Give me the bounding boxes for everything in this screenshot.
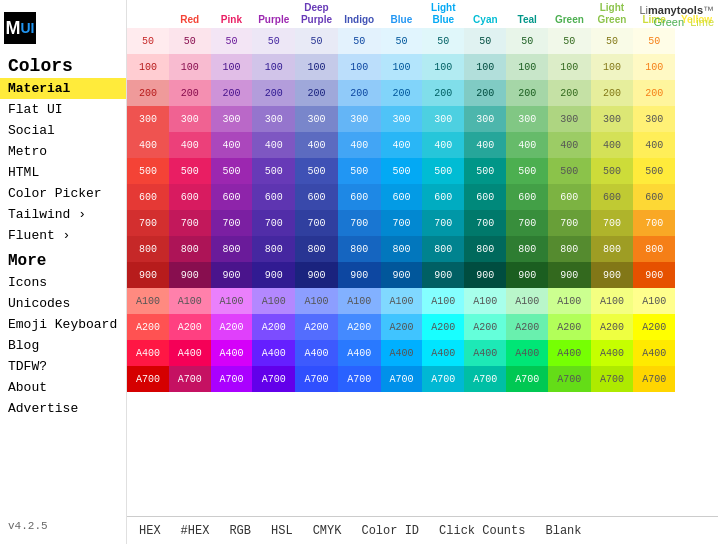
- color-cell[interactable]: 500: [548, 158, 591, 184]
- color-cell[interactable]: 700: [548, 210, 591, 236]
- sidebar-item-about[interactable]: About: [0, 377, 126, 398]
- color-cell[interactable]: A100: [422, 288, 464, 314]
- color-cell[interactable]: 200: [169, 80, 211, 106]
- color-cell[interactable]: 50: [211, 28, 253, 54]
- color-cell[interactable]: 400: [381, 132, 423, 158]
- color-cell[interactable]: 400: [506, 132, 548, 158]
- color-cell[interactable]: A400: [464, 340, 506, 366]
- color-cell[interactable]: 500: [252, 158, 295, 184]
- color-cell[interactable]: A200: [633, 314, 675, 340]
- color-cell[interactable]: 800: [591, 236, 634, 262]
- color-cell[interactable]: 300: [295, 106, 338, 132]
- color-cell[interactable]: 800: [381, 236, 423, 262]
- color-cell[interactable]: 900: [295, 262, 338, 288]
- color-cell[interactable]: A200: [127, 314, 169, 340]
- color-cell[interactable]: A200: [381, 314, 423, 340]
- color-cell[interactable]: 100: [548, 54, 591, 80]
- color-cell[interactable]: A700: [464, 366, 506, 392]
- color-cell[interactable]: 200: [252, 80, 295, 106]
- color-cell[interactable]: 700: [464, 210, 506, 236]
- color-cell[interactable]: 200: [127, 80, 169, 106]
- color-cell[interactable]: 100: [211, 54, 253, 80]
- color-cell[interactable]: 400: [169, 132, 211, 158]
- color-cell[interactable]: 500: [506, 158, 548, 184]
- color-cell[interactable]: 800: [252, 236, 295, 262]
- color-cell[interactable]: A400: [591, 340, 634, 366]
- color-cell[interactable]: 50: [338, 28, 381, 54]
- color-cell[interactable]: 200: [464, 80, 506, 106]
- color-cell[interactable]: A100: [548, 288, 591, 314]
- color-cell[interactable]: 200: [211, 80, 253, 106]
- color-cell[interactable]: 200: [591, 80, 634, 106]
- color-cell[interactable]: 700: [591, 210, 634, 236]
- color-cell[interactable]: 200: [381, 80, 423, 106]
- color-cell[interactable]: 800: [169, 236, 211, 262]
- color-cell[interactable]: 900: [591, 262, 634, 288]
- color-cell[interactable]: 600: [127, 184, 169, 210]
- color-cell[interactable]: 800: [338, 236, 381, 262]
- color-cell[interactable]: A100: [464, 288, 506, 314]
- color-cell[interactable]: 50: [422, 28, 464, 54]
- color-cell[interactable]: 200: [506, 80, 548, 106]
- color-cell[interactable]: 500: [169, 158, 211, 184]
- color-cell[interactable]: 900: [252, 262, 295, 288]
- color-cell[interactable]: 500: [381, 158, 423, 184]
- color-cell[interactable]: 300: [464, 106, 506, 132]
- color-cell[interactable]: 200: [295, 80, 338, 106]
- color-cell[interactable]: 800: [211, 236, 253, 262]
- color-cell[interactable]: 100: [169, 54, 211, 80]
- color-cell[interactable]: 200: [338, 80, 381, 106]
- color-cell[interactable]: 300: [591, 106, 634, 132]
- color-cell[interactable]: 100: [506, 54, 548, 80]
- color-cell[interactable]: A200: [548, 314, 591, 340]
- color-cell[interactable]: 100: [252, 54, 295, 80]
- color-cell[interactable]: A700: [295, 366, 338, 392]
- sidebar-item-tailwind[interactable]: Tailwind ›: [0, 204, 126, 225]
- color-cell[interactable]: 700: [506, 210, 548, 236]
- color-cell[interactable]: 400: [127, 132, 169, 158]
- sidebar-item-social[interactable]: Social: [0, 120, 126, 141]
- color-cell[interactable]: 600: [211, 184, 253, 210]
- color-cell[interactable]: A400: [211, 340, 253, 366]
- color-cell[interactable]: 200: [633, 80, 675, 106]
- color-cell[interactable]: 50: [548, 28, 591, 54]
- color-cell[interactable]: 50: [252, 28, 295, 54]
- color-cell[interactable]: 50: [464, 28, 506, 54]
- color-cell[interactable]: 400: [211, 132, 253, 158]
- color-cell[interactable]: 900: [422, 262, 464, 288]
- sidebar-item-color-picker[interactable]: Color Picker: [0, 183, 126, 204]
- color-cell[interactable]: A700: [211, 366, 253, 392]
- color-cell[interactable]: A200: [422, 314, 464, 340]
- footer-item-click-counts[interactable]: Click Counts: [435, 522, 529, 540]
- color-cell[interactable]: 50: [506, 28, 548, 54]
- sidebar-item-flat-ui[interactable]: Flat UI: [0, 99, 126, 120]
- footer-item-#hex[interactable]: #HEX: [177, 522, 214, 540]
- color-cell[interactable]: A400: [633, 340, 675, 366]
- color-cell[interactable]: 100: [295, 54, 338, 80]
- color-cell[interactable]: 700: [381, 210, 423, 236]
- color-cell[interactable]: 300: [422, 106, 464, 132]
- color-cell[interactable]: 300: [338, 106, 381, 132]
- color-cell[interactable]: 100: [422, 54, 464, 80]
- color-cell[interactable]: 400: [464, 132, 506, 158]
- color-cell[interactable]: A400: [548, 340, 591, 366]
- color-cell[interactable]: 500: [591, 158, 634, 184]
- color-cell[interactable]: 500: [464, 158, 506, 184]
- color-cell[interactable]: 700: [422, 210, 464, 236]
- color-cell[interactable]: 700: [295, 210, 338, 236]
- color-cell[interactable]: 50: [633, 28, 675, 54]
- color-cell[interactable]: 50: [591, 28, 634, 54]
- color-cell[interactable]: 400: [422, 132, 464, 158]
- color-cell[interactable]: 700: [211, 210, 253, 236]
- color-cell[interactable]: 300: [381, 106, 423, 132]
- color-cell[interactable]: 500: [127, 158, 169, 184]
- color-cell[interactable]: 300: [633, 106, 675, 132]
- color-cell[interactable]: 300: [211, 106, 253, 132]
- color-cell[interactable]: 900: [381, 262, 423, 288]
- color-cell[interactable]: A700: [338, 366, 381, 392]
- color-cell[interactable]: A100: [295, 288, 338, 314]
- color-cell[interactable]: A100: [211, 288, 253, 314]
- footer-item-rgb[interactable]: RGB: [225, 522, 255, 540]
- color-cell[interactable]: 300: [169, 106, 211, 132]
- color-cell[interactable]: 700: [252, 210, 295, 236]
